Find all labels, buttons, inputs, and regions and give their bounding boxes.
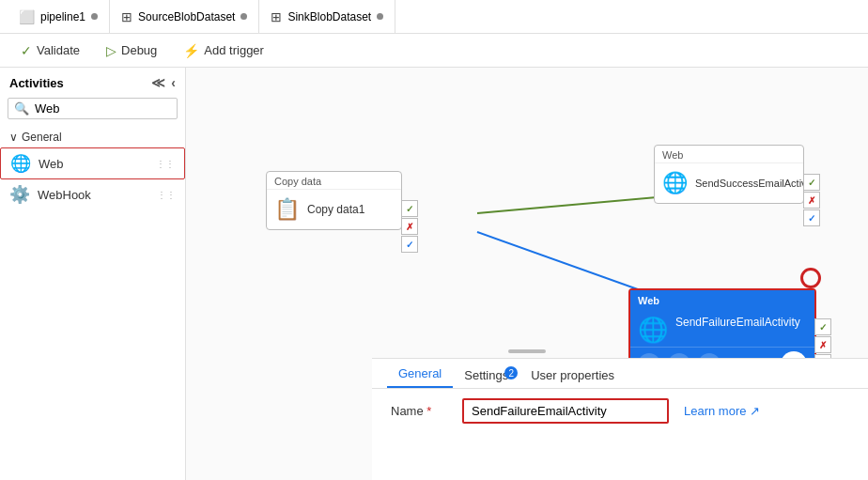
- add-trigger-label: Add trigger: [204, 43, 264, 57]
- add-trigger-button[interactable]: ⚡ Add trigger: [178, 39, 270, 62]
- success-web-header: Web: [655, 146, 803, 163]
- main-content: Activities ≪ ‹ 🔍 ∨ General 🌐 Web ⋮⋮ ⚙️ W…: [0, 68, 868, 480]
- copy-data-body: 📋 Copy data1: [267, 190, 401, 229]
- red-circle-indicator: [800, 268, 821, 288]
- failure-web-body: 🌐 SendFailureEmailActivity: [630, 310, 814, 347]
- copy-data-icon: 📋: [274, 197, 300, 222]
- tab-pipeline1-label: pipeline1: [40, 10, 85, 23]
- failure-web-fail-action[interactable]: ✗: [814, 336, 831, 353]
- webhook-drag-handle[interactable]: ⋮⋮: [157, 190, 176, 200]
- bottom-tabs: General Settings 2 User properties: [372, 359, 868, 389]
- validate-button[interactable]: ✓ Validate: [15, 39, 85, 62]
- source-table-icon: ⊞: [121, 9, 132, 24]
- webhook-activity-icon: ⚙️: [9, 184, 30, 205]
- copy-data-node[interactable]: Copy data 📋 Copy data1 ✓ ✗ ✓: [266, 171, 402, 230]
- required-star: *: [426, 404, 431, 418]
- name-input[interactable]: [462, 398, 669, 424]
- pipeline-icon: ⬜: [19, 9, 35, 24]
- bottom-panel: General Settings 2 User properties Name …: [372, 358, 868, 480]
- copy-data-side-actions: ✓ ✗ ✓: [401, 200, 418, 253]
- tab-user-properties[interactable]: User properties: [519, 363, 626, 388]
- failure-web-header-text: Web: [638, 295, 659, 306]
- tab-sink-dot: [377, 13, 383, 20]
- web-activity-label: Web: [39, 157, 148, 171]
- left-panel: Activities ≪ ‹ 🔍 ∨ General 🌐 Web ⋮⋮ ⚙️ W…: [0, 68, 186, 480]
- panel-collapse-icons[interactable]: ≪ ‹: [151, 75, 176, 90]
- chevron-left2-icon: ‹: [171, 75, 176, 90]
- success-web-header-text: Web: [662, 149, 683, 161]
- trigger-icon: ⚡: [183, 43, 199, 58]
- activities-title: Activities: [9, 76, 64, 90]
- search-box: 🔍: [8, 98, 178, 119]
- name-label-text: Name: [391, 404, 424, 418]
- search-input[interactable]: [35, 101, 171, 116]
- failure-web-label: SendFailureEmailActivity: [675, 316, 800, 331]
- tab-general-label: General: [398, 366, 442, 380]
- success-web-fail-action[interactable]: ✗: [803, 192, 820, 209]
- validate-label: Validate: [37, 43, 80, 57]
- bottom-form: Name * Learn more ↗: [372, 389, 868, 433]
- copy-data-complete-action[interactable]: ✓: [401, 236, 418, 253]
- copy-data-success-action[interactable]: ✓: [401, 200, 418, 217]
- copy-data-fail-action[interactable]: ✗: [401, 218, 418, 235]
- learn-more-link[interactable]: Learn more ↗: [684, 404, 760, 418]
- sink-table-icon: ⊞: [271, 9, 282, 24]
- tab-user-props-label: User properties: [531, 368, 614, 382]
- learn-more-text: Learn more: [684, 404, 746, 418]
- tab-source[interactable]: ⊞ SourceBlobDataset: [110, 0, 259, 34]
- toolbar: ✓ Validate ▷ Debug ⚡ Add trigger: [0, 34, 868, 68]
- copy-data-header: Copy data: [267, 172, 401, 190]
- group-general: ∨ General: [0, 127, 185, 147]
- tab-settings[interactable]: Settings 2: [453, 363, 519, 388]
- webhook-activity-label: WebHook: [38, 188, 149, 202]
- tab-sink[interactable]: ⊞ SinkBlobDataset: [259, 0, 395, 34]
- chevron-down-icon: ∨: [9, 131, 18, 144]
- success-web-side-actions: ✓ ✗ ✓: [803, 174, 820, 226]
- failure-web-header: Web: [630, 290, 814, 310]
- tab-source-dot: [240, 13, 247, 20]
- success-web-body: 🌐 SendSuccessEmailActivity: [655, 163, 803, 203]
- copy-data-label: Copy data1: [307, 203, 364, 216]
- validate-icon: ✓: [21, 43, 32, 58]
- debug-label: Debug: [121, 43, 157, 57]
- copy-data-header-text: Copy data: [274, 176, 321, 187]
- success-web-complete-action[interactable]: ✓: [803, 209, 820, 226]
- chevron-left-icon: ≪: [151, 75, 165, 90]
- success-web-success-action[interactable]: ✓: [803, 174, 820, 191]
- activity-item-web[interactable]: 🌐 Web ⋮⋮: [0, 147, 185, 179]
- scroll-indicator: [508, 349, 546, 353]
- tab-source-label: SourceBlobDataset: [138, 10, 235, 23]
- failure-web-success-action[interactable]: ✓: [814, 318, 831, 335]
- success-web-label: SendSuccessEmailActivity: [695, 178, 817, 189]
- top-tab-bar: ⬜ pipeline1 ⊞ SourceBlobDataset ⊞ SinkBl…: [0, 0, 868, 34]
- name-label: Name *: [391, 404, 447, 418]
- activity-item-webhook[interactable]: ⚙️ WebHook ⋮⋮: [0, 179, 185, 209]
- tab-settings-label: Settings: [464, 368, 508, 382]
- tab-pipeline1[interactable]: ⬜ pipeline1: [8, 0, 110, 34]
- failure-web-icon: 🌐: [638, 316, 668, 345]
- tab-sink-label: SinkBlobDataset: [287, 10, 371, 23]
- settings-badge: 2: [504, 366, 518, 379]
- tab-pipeline1-dot: [91, 13, 98, 20]
- success-web-icon: 🌐: [662, 171, 688, 195]
- learn-more-icon: ↗: [750, 404, 760, 418]
- debug-button[interactable]: ▷ Debug: [101, 39, 163, 62]
- search-icon: 🔍: [14, 101, 29, 116]
- web-activity-icon: 🌐: [10, 153, 31, 174]
- group-label-text: General: [22, 131, 62, 144]
- web-drag-handle[interactable]: ⋮⋮: [156, 159, 175, 169]
- activities-panel-header: Activities ≪ ‹: [0, 68, 185, 98]
- debug-icon: ▷: [106, 43, 116, 58]
- success-web-node[interactable]: Web 🌐 SendSuccessEmailActivity ✓ ✗ ✓: [654, 145, 804, 204]
- tab-general[interactable]: General: [387, 361, 453, 388]
- canvas-area[interactable]: Copy data 📋 Copy data1 ✓ ✗ ✓ Web 🌐 SendS…: [186, 68, 868, 480]
